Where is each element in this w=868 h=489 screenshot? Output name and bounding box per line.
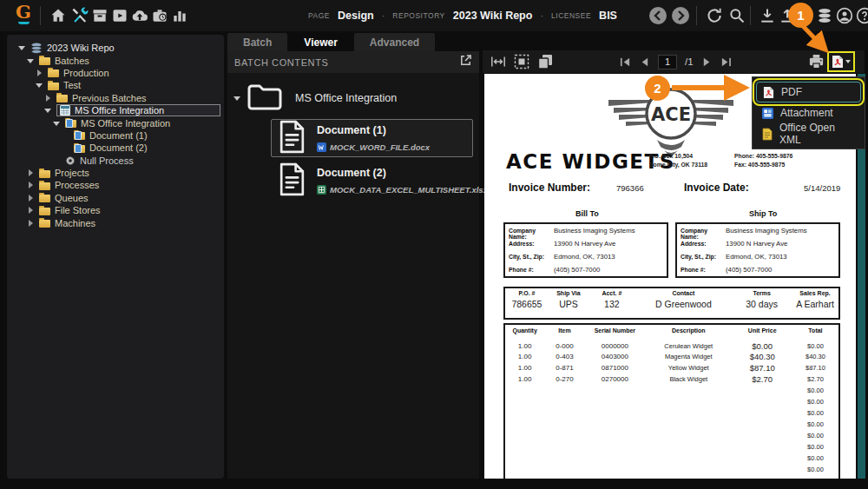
- expander-closed-icon[interactable]: [43, 94, 52, 102]
- download-icon[interactable]: [759, 7, 776, 24]
- viewer-toolbar: /1: [483, 50, 865, 73]
- print-icon[interactable]: [808, 54, 825, 70]
- selected-node-highlight[interactable]: MS Office Integration: [56, 104, 220, 116]
- search-icon[interactable]: [728, 7, 746, 24]
- tree-item-null-process[interactable]: Null Process: [7, 155, 224, 167]
- tree-item-document-2[interactable]: Document (2): [7, 142, 224, 154]
- ship-to-box: Company Name:Business Imaging Systems Ad…: [675, 222, 840, 278]
- next-page-icon[interactable]: [701, 56, 713, 68]
- folder-icon: [39, 195, 50, 202]
- svg-text:ACE: ACE: [651, 104, 691, 125]
- popout-icon[interactable]: [459, 54, 472, 70]
- menu-item-attachment[interactable]: Attachment: [756, 102, 861, 123]
- xml-file-icon: [762, 128, 773, 141]
- document-title: Document (1): [317, 124, 386, 136]
- invoice-line-row: 1.000-2700270000Black Widget$2.70$2.70: [504, 373, 839, 385]
- tree-item-document-1[interactable]: Document (1): [7, 129, 224, 142]
- export-pdf-button[interactable]: [827, 51, 855, 72]
- invoice-line-row: $0.00: [504, 430, 839, 441]
- tree-item-ms-office-integration-folder[interactable]: MS Office Integration: [7, 116, 224, 129]
- invoice-phone-block: Phone: 405-555-9876 Fax: 405-555-9875: [734, 152, 792, 169]
- tree-item-processes[interactable]: Processes: [7, 179, 224, 191]
- tree-item-production[interactable]: Production: [7, 67, 224, 79]
- back-button[interactable]: [649, 7, 667, 24]
- menu-item-pdf[interactable]: PDF: [756, 82, 861, 102]
- tab-viewer[interactable]: Viewer: [288, 33, 352, 51]
- document-title: Document (2): [317, 167, 386, 179]
- page-number-input[interactable]: [658, 55, 677, 69]
- cloud-upload-icon[interactable]: [131, 7, 148, 24]
- pages-icon[interactable]: [537, 54, 553, 69]
- pdf-icon: [763, 86, 774, 99]
- document-filename: MOCK_WORD_FILE.docx: [330, 142, 430, 152]
- expander-closed-icon[interactable]: [26, 169, 35, 177]
- tree-item-previous-batches[interactable]: Previous Batches: [7, 92, 224, 104]
- tree-item-queues[interactable]: Queues: [7, 192, 224, 204]
- repository-value[interactable]: 2023 Wiki Repo: [453, 10, 533, 22]
- invoice-line-row: $0.00: [504, 453, 839, 464]
- batch-folder-icon: [65, 120, 76, 128]
- page-total: /1: [685, 56, 694, 67]
- tree-item-test[interactable]: Test: [7, 79, 224, 91]
- bill-to-label: Bill To: [575, 209, 599, 218]
- expander-open-icon[interactable]: [35, 81, 43, 89]
- folder-icon: [39, 220, 50, 228]
- expander-open-icon[interactable]: [17, 43, 26, 52]
- expander-closed-icon[interactable]: [35, 69, 43, 77]
- invoice-line-row: 1.000-4030403000Magenta Widget$40.30$40.…: [504, 351, 839, 362]
- document-item-2[interactable]: Document (2) MOCK_DATA_EXCEL_MULTISHEET.…: [271, 162, 473, 200]
- tools-icon[interactable]: [71, 7, 89, 24]
- menu-item-office-open-xml[interactable]: Office Open XML: [756, 123, 861, 144]
- tree-item-machines[interactable]: Machines: [7, 216, 224, 228]
- dropdown-caret-icon: [845, 60, 851, 63]
- first-page-icon[interactable]: [620, 56, 631, 68]
- ship-to-label: Ship To: [749, 209, 777, 218]
- invoice-line-row: $0.00: [504, 396, 839, 407]
- expander-closed-icon[interactable]: [26, 219, 35, 228]
- last-page-icon[interactable]: [720, 56, 732, 68]
- folder-icon: [48, 83, 59, 90]
- previous-page-icon[interactable]: [639, 56, 650, 68]
- refresh-icon[interactable]: [706, 7, 723, 24]
- tab-strip: Batch Viewer Advanced: [227, 33, 479, 51]
- batch-folder-icon: [74, 145, 85, 153]
- tree-item-ms-office-integration-batch[interactable]: MS Office Integration: [7, 104, 224, 116]
- page-value[interactable]: Design: [338, 10, 374, 22]
- expander-closed-icon[interactable]: [26, 194, 35, 202]
- media-box-icon[interactable]: [111, 7, 128, 24]
- app-logo[interactable]: G: [12, 3, 35, 24]
- expander-open-icon[interactable]: [43, 106, 52, 115]
- expander-open-icon[interactable]: [26, 56, 35, 65]
- gear-icon: [65, 155, 76, 166]
- fit-width-icon[interactable]: [490, 54, 506, 69]
- tree-item-repo[interactable]: 2023 Wiki Repo: [7, 42, 224, 54]
- tab-advanced[interactable]: Advanced: [354, 33, 435, 51]
- expander-closed-icon[interactable]: [26, 181, 35, 189]
- invoice-line-row: $0.00: [504, 441, 839, 453]
- batch-contents-header: BATCH CONTENTS: [227, 51, 479, 73]
- home-icon[interactable]: [49, 7, 67, 24]
- jobs-icon[interactable]: [151, 7, 168, 24]
- repositories-icon[interactable]: [816, 7, 833, 24]
- tree-item-batches[interactable]: Batches: [7, 54, 224, 66]
- batches-icon[interactable]: [91, 7, 108, 24]
- invoice-line-row: $0.00: [504, 464, 839, 475]
- tree-item-file-stores[interactable]: File Stores: [7, 204, 224, 216]
- tab-batch[interactable]: Batch: [227, 33, 287, 51]
- callout-step-2: 2: [645, 76, 670, 101]
- tree-item-projects[interactable]: Projects: [7, 167, 224, 179]
- help-icon[interactable]: [856, 7, 868, 24]
- user-icon[interactable]: [836, 7, 853, 24]
- expander-closed-icon[interactable]: [26, 206, 35, 215]
- expander-open-icon[interactable]: [52, 119, 61, 128]
- stats-icon[interactable]: [171, 7, 188, 24]
- selection-region-icon[interactable]: [514, 54, 529, 69]
- forward-button[interactable]: [672, 7, 689, 24]
- document-icon: [279, 120, 306, 157]
- invoice-line-row: $0.00: [504, 407, 839, 419]
- folder-icon: [39, 208, 50, 215]
- document-item-1[interactable]: Document (1) MOCK_WORD_FILE.docx: [271, 119, 473, 157]
- expander-open-icon[interactable]: [233, 94, 241, 102]
- divider: [696, 6, 697, 25]
- batch-root-folder[interactable]: MS Office Integration: [227, 82, 397, 115]
